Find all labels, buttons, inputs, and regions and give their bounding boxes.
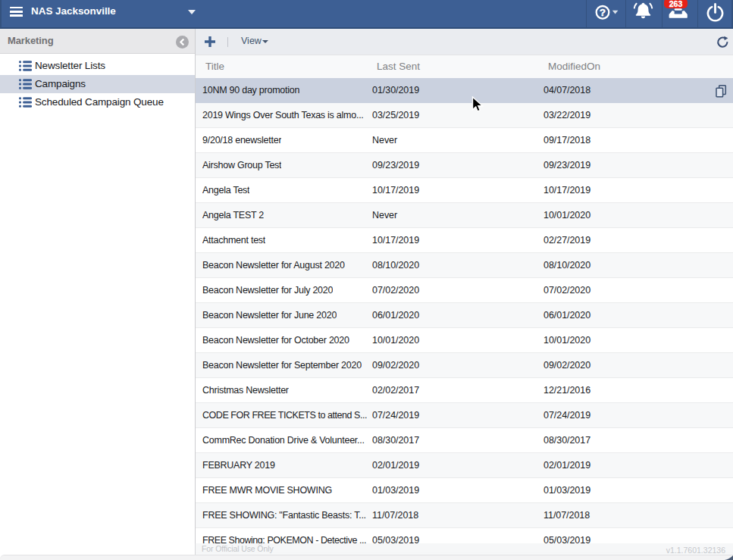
svg-text:?: ? [600, 7, 606, 18]
svg-text:263: 263 [669, 0, 683, 8]
